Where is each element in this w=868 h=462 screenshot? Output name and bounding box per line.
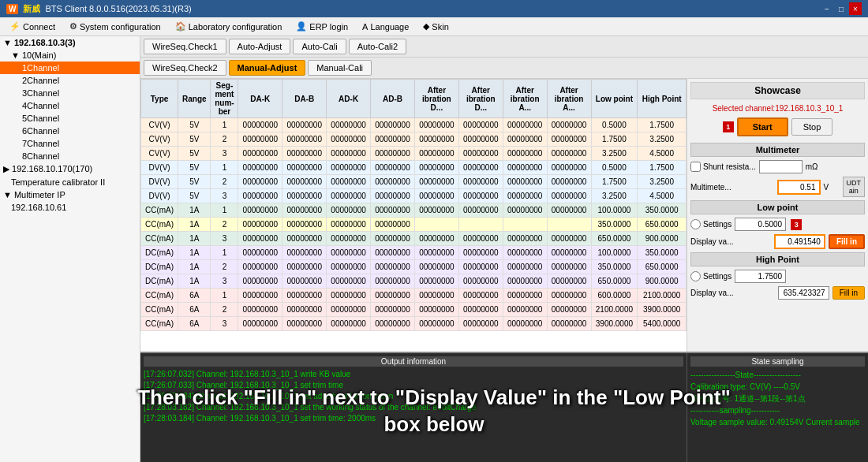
low-settings-radio[interactable]: [690, 219, 701, 229]
table-cell: 3: [211, 317, 238, 331]
table-cell: 00000000: [371, 289, 415, 303]
table-row[interactable]: CC(mA)6A20000000000000000000000000000000…: [141, 303, 687, 317]
wireseq-check2-button[interactable]: WireSeq.Check2: [144, 60, 226, 76]
low-display-input[interactable]: [774, 234, 825, 249]
manual-adjust-button[interactable]: Manual-Adjust: [229, 60, 306, 76]
table-cell: 3: [211, 189, 238, 203]
table-scroll[interactable]: Type Range Seg-mentnum-ber DA-K DA-B AD-…: [140, 79, 687, 352]
high-settings-input[interactable]: [735, 270, 786, 283]
menu-erp-login[interactable]: 👤 ERP login: [290, 20, 354, 33]
table-cell: 00000000: [547, 289, 591, 303]
sidebar-item-multimeter-ip[interactable]: ▼ Multimeter IP: [0, 188, 140, 201]
table-row[interactable]: DC(mA)1A30000000000000000000000000000000…: [141, 274, 687, 289]
table-cell: 00000000: [503, 260, 547, 274]
table-row[interactable]: DV(V)5V300000000000000000000000000000000…: [141, 189, 687, 203]
table-row[interactable]: CC(mA)1A10000000000000000000000000000000…: [141, 203, 687, 218]
sidebar-item-4channel[interactable]: 4Channel: [0, 99, 140, 112]
step-indicator-3: 3: [791, 219, 802, 230]
table-row[interactable]: DC(mA)1A10000000000000000000000000000000…: [141, 246, 687, 260]
table-cell: 3.2500: [638, 132, 687, 147]
table-cell: 1A: [178, 232, 211, 246]
sidebar-item-10main[interactable]: ▼ 10(Main): [0, 49, 140, 61]
shunt-resistor-input[interactable]: [759, 160, 803, 173]
low-settings-label: Settings: [703, 220, 731, 229]
window-controls: − □ ×: [821, 2, 862, 15]
high-fill-in-button[interactable]: Fill in: [832, 286, 865, 300]
col-dak: DA-K: [238, 80, 282, 118]
sidebar-item-192-168-10-61[interactable]: 192.168.10.61: [0, 201, 140, 214]
stop-button[interactable]: Stop: [791, 118, 833, 136]
table-row[interactable]: CC(mA)1A30000000000000000000000000000000…: [141, 232, 687, 246]
table-cell: 00000000: [547, 303, 591, 317]
minimize-button[interactable]: −: [821, 2, 833, 15]
menu-language[interactable]: A Language: [356, 20, 415, 33]
sidebar-item-7channel[interactable]: 7Channel: [0, 137, 140, 150]
table-area[interactable]: Type Range Seg-mentnum-ber DA-K DA-B AD-…: [140, 79, 687, 352]
table-cell: 00000000: [458, 317, 503, 331]
table-cell: 00000000: [458, 147, 503, 161]
sidebar-item-6channel[interactable]: 6Channel: [0, 125, 140, 137]
low-settings-input[interactable]: [735, 218, 786, 231]
sidebar-item-5channel[interactable]: 5Channel: [0, 112, 140, 125]
multimeter-row: Multimete... V UDTain: [690, 177, 865, 197]
start-button[interactable]: Start: [737, 117, 788, 136]
table-cell: 0.5000: [591, 118, 638, 132]
wireseq-check1-button[interactable]: WireSeq.Check1: [144, 39, 226, 54]
table-cell: 00000000: [414, 317, 458, 331]
maximize-button[interactable]: □: [835, 2, 847, 15]
manual-cali-button[interactable]: Manual-Cali: [308, 60, 372, 76]
udt-button[interactable]: UDTain: [843, 177, 866, 197]
table-cell: 00000000: [547, 260, 591, 274]
shunt-resistor-checkbox[interactable]: [690, 162, 701, 172]
table-cell: 00000000: [503, 317, 547, 331]
table-cell: 00000000: [238, 203, 282, 218]
menu-connect[interactable]: ⚡ Connect: [3, 20, 62, 33]
menu-system-config[interactable]: ⚙ System configuration: [63, 20, 167, 33]
auto-adjust-button[interactable]: Auto-Adjust: [229, 39, 291, 54]
table-cell: 1A: [178, 203, 211, 218]
close-button[interactable]: ×: [849, 2, 862, 15]
table-row[interactable]: CC(mA)6A30000000000000000000000000000000…: [141, 317, 687, 331]
table-row[interactable]: CV(V)5V200000000000000000000000000000000…: [141, 132, 687, 147]
low-fill-in-button[interactable]: Fill in: [829, 234, 865, 249]
table-cell: 00000000: [547, 118, 591, 132]
table-cell: 5V: [178, 132, 211, 147]
table-cell: 00000000: [327, 289, 371, 303]
menu-lab-config[interactable]: 🏠 Laboratory configuration: [169, 20, 289, 33]
table-cell: 00000000: [503, 274, 547, 289]
table-cell: 00000000: [458, 274, 503, 289]
start-stop-row: 1 Start Stop: [690, 117, 865, 136]
high-settings-radio[interactable]: [690, 271, 701, 281]
sidebar-item-3channel[interactable]: 3Channel: [0, 87, 140, 99]
table-cell: DV(V): [141, 189, 178, 203]
col-adb: AD-B: [371, 80, 415, 118]
table-row[interactable]: CV(V)5V300000000000000000000000000000000…: [141, 147, 687, 161]
sidebar-item-1channel[interactable]: 1Channel: [0, 61, 140, 74]
sidebar-item-8channel[interactable]: 8Channel: [0, 150, 140, 162]
table-row[interactable]: DC(mA)1A20000000000000000000000000000000…: [141, 260, 687, 274]
state-sampling-panel: State sampling -----------------State---…: [687, 353, 868, 462]
high-display-input[interactable]: [778, 286, 829, 300]
table-cell: 00000000: [414, 203, 458, 218]
table-row[interactable]: CC(mA)6A10000000000000000000000000000000…: [141, 289, 687, 303]
table-cell: 00000000: [371, 232, 415, 246]
table-cell: 2: [211, 218, 238, 232]
auto-cali2-button[interactable]: Auto-Cali2: [349, 39, 406, 54]
table-cell: [414, 218, 458, 232]
table-cell: 00000000: [371, 260, 415, 274]
table-row[interactable]: CV(V)5V100000000000000000000000000000000…: [141, 118, 687, 132]
menu-skin[interactable]: ◆ Skin: [417, 20, 455, 33]
table-row[interactable]: CC(mA)1A20000000000000000000000000000000…: [141, 218, 687, 232]
sidebar-item-2channel[interactable]: 2Channel: [0, 74, 140, 87]
low-settings-row: Settings 3: [690, 218, 865, 231]
sidebar-item-temp-calibrator[interactable]: Temperature calibrator II: [0, 176, 140, 188]
table-cell: 00000000: [414, 118, 458, 132]
language-icon: A: [362, 22, 368, 32]
auto-cali-button[interactable]: Auto-Cali: [293, 39, 346, 54]
sidebar-item-192-168-10-3[interactable]: ▼ 192.168.10.3(3): [0, 36, 140, 49]
sidebar-item-192-168-10-170[interactable]: ▶ 192.168.10.170(170): [0, 162, 140, 176]
table-row[interactable]: DV(V)5V200000000000000000000000000000000…: [141, 175, 687, 189]
table-row[interactable]: DV(V)5V100000000000000000000000000000000…: [141, 161, 687, 175]
table-cell: 5V: [178, 118, 211, 132]
multimeter-input[interactable]: [777, 180, 821, 195]
